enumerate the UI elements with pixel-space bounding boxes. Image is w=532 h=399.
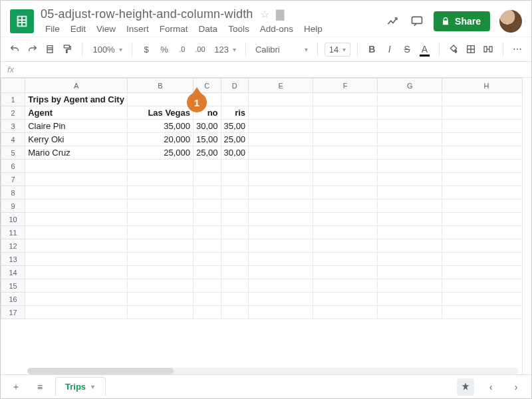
cell-G1[interactable] (378, 93, 442, 106)
cell-F15[interactable] (313, 279, 378, 293)
decrease-decimal-button[interactable]: .0 (174, 41, 190, 58)
more-formats-dropdown[interactable]: 123▾ (210, 45, 239, 55)
paint-format-button[interactable] (60, 41, 74, 58)
cell-H2[interactable] (442, 106, 531, 120)
cell-F14[interactable] (313, 266, 378, 279)
format-currency-button[interactable]: $ (139, 41, 154, 58)
row-header-9[interactable]: 9 (1, 200, 25, 213)
cell-C4[interactable]: 15,00 (194, 133, 221, 146)
cell-C17[interactable] (194, 306, 221, 319)
cell-E17[interactable] (249, 306, 313, 319)
cell-F6[interactable] (313, 160, 378, 173)
cell-H6[interactable] (442, 160, 531, 173)
cell-F8[interactable] (313, 186, 378, 200)
cell-F11[interactable] (313, 226, 378, 239)
cell-F4[interactable] (313, 133, 378, 146)
cell-F10[interactable] (313, 213, 378, 226)
cell-F12[interactable] (313, 239, 378, 253)
vertical-scrollbar[interactable] (522, 78, 531, 374)
cell-A14[interactable] (25, 266, 128, 279)
explore-button[interactable] (457, 378, 474, 396)
row-header-4[interactable]: 4 (1, 133, 25, 146)
cell-A17[interactable] (25, 306, 128, 319)
cell-C12[interactable] (194, 239, 221, 253)
column-header-D[interactable]: D (221, 78, 249, 93)
row-header-11[interactable]: 11 (1, 226, 25, 239)
cell-E2[interactable] (249, 106, 313, 120)
cell-D6[interactable] (221, 160, 249, 173)
menu-data[interactable]: Data (194, 23, 223, 35)
cell-A5[interactable]: Mario Cruz (25, 146, 128, 160)
cell-B1[interactable] (127, 93, 193, 106)
zoom-dropdown[interactable]: 100%▾ (88, 45, 124, 55)
row-header-13[interactable]: 13 (1, 253, 25, 266)
sheet-tab-trips[interactable]: Trips ▾ (55, 377, 106, 396)
cell-A6[interactable] (25, 160, 128, 173)
share-button[interactable]: Share (434, 11, 490, 31)
row-header-6[interactable]: 6 (1, 160, 25, 173)
cell-E5[interactable] (249, 146, 313, 160)
cell-D15[interactable] (221, 279, 249, 293)
comments-icon[interactable] (410, 14, 424, 29)
row-header-1[interactable]: 1 (1, 93, 25, 106)
row-header-15[interactable]: 15 (1, 279, 25, 293)
cell-G9[interactable] (378, 200, 442, 213)
row-header-10[interactable]: 10 (1, 213, 25, 226)
text-color-button[interactable]: A (417, 41, 432, 58)
row-header-12[interactable]: 12 (1, 239, 25, 253)
cell-G14[interactable] (378, 266, 442, 279)
cell-E1[interactable] (249, 93, 313, 106)
cell-G15[interactable] (378, 279, 442, 293)
cell-B7[interactable] (127, 173, 193, 186)
format-percent-button[interactable]: % (156, 41, 172, 58)
cell-C11[interactable] (194, 226, 221, 239)
menu-tools[interactable]: Tools (223, 23, 254, 35)
cell-D8[interactable] (221, 186, 249, 200)
cell-H16[interactable] (442, 293, 531, 306)
column-header-A[interactable]: A (25, 78, 128, 93)
cell-B9[interactable] (127, 200, 193, 213)
cell-F16[interactable] (313, 293, 378, 306)
cell-H15[interactable] (442, 279, 531, 293)
cell-G2[interactable] (378, 106, 442, 120)
cell-E14[interactable] (249, 266, 313, 279)
cell-D7[interactable] (221, 173, 249, 186)
cell-F2[interactable] (313, 106, 378, 120)
cell-G5[interactable] (378, 146, 442, 160)
row-header-2[interactable]: 2 (1, 106, 25, 120)
cell-B17[interactable] (127, 306, 193, 319)
cell-B8[interactable] (127, 186, 193, 200)
horizontal-scrollbar[interactable] (27, 368, 518, 374)
cell-D4[interactable]: 25,00 (221, 133, 249, 146)
cell-F9[interactable] (313, 200, 378, 213)
cell-E3[interactable] (249, 120, 313, 133)
cell-H4[interactable] (442, 133, 531, 146)
merge-cells-button[interactable] (481, 41, 495, 58)
cell-E11[interactable] (249, 226, 313, 239)
cell-C5[interactable]: 25,00 (194, 146, 221, 160)
cell-E16[interactable] (249, 293, 313, 306)
spreadsheet-grid[interactable]: ABCDEFGH1Trips by Agent and City2AgentLa… (1, 78, 531, 319)
cell-G6[interactable] (378, 160, 442, 173)
cell-A3[interactable]: Claire Pin (25, 120, 128, 133)
menu-format[interactable]: Format (155, 23, 193, 35)
cell-H8[interactable] (442, 186, 531, 200)
cell-C6[interactable] (194, 160, 221, 173)
cell-A7[interactable] (25, 173, 128, 186)
cell-A9[interactable] (25, 200, 128, 213)
cell-H5[interactable] (442, 146, 531, 160)
cell-D12[interactable] (221, 239, 249, 253)
cell-A8[interactable] (25, 186, 128, 200)
menu-help[interactable]: Help (299, 23, 327, 35)
menu-addons[interactable]: Add-ons (255, 23, 298, 35)
cell-E15[interactable] (249, 279, 313, 293)
cell-B16[interactable] (127, 293, 193, 306)
cell-F1[interactable] (313, 93, 378, 106)
cell-H7[interactable] (442, 173, 531, 186)
strikethrough-button[interactable]: S (400, 41, 414, 58)
cell-H11[interactable] (442, 226, 531, 239)
formula-bar[interactable]: fx (1, 62, 531, 78)
select-all-corner[interactable] (1, 78, 25, 93)
cell-B2[interactable]: Las Vegas (127, 106, 193, 120)
undo-button[interactable] (7, 41, 22, 58)
